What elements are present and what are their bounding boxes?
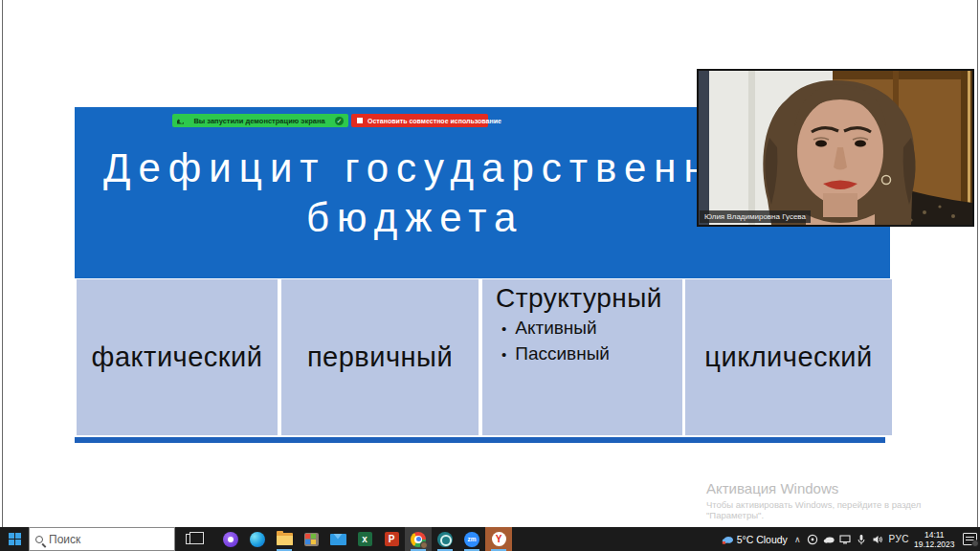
watermark-title: Активация Windows xyxy=(706,480,947,496)
app-zoom[interactable]: zm xyxy=(458,527,485,551)
windows-logo-icon xyxy=(9,533,21,545)
speaker-icon xyxy=(872,534,883,545)
app-yandex-browser[interactable]: Y xyxy=(485,527,512,551)
watermark-subtitle: Чтобы активировать Windows, перейдите в … xyxy=(706,499,947,520)
app-screen-tool[interactable] xyxy=(432,527,458,551)
monitor-icon xyxy=(839,534,851,545)
table-cell-strukturny: Структурный Активный Пассивный xyxy=(482,279,682,435)
table-cell-pervichny: первичный xyxy=(281,279,479,435)
yandex-browser-icon: Y xyxy=(492,532,506,546)
microphone-tray-icon[interactable] xyxy=(856,534,867,545)
table-cell-fakticheskiy: фактический xyxy=(77,279,278,435)
share-status-pill: Вы запустили демонстрацию экрана ✓ xyxy=(172,114,348,127)
mail-icon xyxy=(330,534,346,545)
slide-accent-line xyxy=(75,437,885,443)
desktop-screen: Вы запустили демонстрацию экрана ✓ Остан… xyxy=(0,0,980,551)
onedrive-icon[interactable] xyxy=(823,534,835,545)
webcam-video-tile[interactable]: Юлия Владимировна Гусева xyxy=(697,69,974,227)
app-excel[interactable]: x xyxy=(351,527,378,551)
app-edge[interactable] xyxy=(244,527,271,551)
task-view-button[interactable] xyxy=(179,527,204,551)
slide-title-line1: Дефицит государственного xyxy=(103,145,795,191)
zoom-icon: zm xyxy=(464,532,479,547)
tray-circle-icon xyxy=(807,534,818,545)
mic-icon xyxy=(856,534,867,545)
stop-icon xyxy=(357,118,363,123)
notification-center-button[interactable] xyxy=(963,533,977,545)
cell-heading: Структурный xyxy=(496,283,682,314)
display-icon[interactable] xyxy=(839,534,851,545)
task-view-icon xyxy=(186,534,198,544)
shield-check-icon: ✓ xyxy=(335,117,344,125)
stop-sharing-button[interactable]: Остановить совместное использование xyxy=(351,114,488,127)
notification-badge xyxy=(971,540,979,547)
taskbar: x P zm Y 5°C Cloudy ∧ xyxy=(0,527,980,551)
window-left-border xyxy=(2,0,3,527)
bullet-item: Активный xyxy=(496,317,682,340)
clock-date: 19.12.2023 xyxy=(914,540,955,549)
hidden-icons-chevron[interactable]: ∧ xyxy=(794,535,801,544)
clock-time: 14:11 xyxy=(914,530,955,540)
powerpoint-icon: P xyxy=(385,532,399,546)
stop-sharing-label: Остановить совместное использование xyxy=(368,118,501,124)
app-alice[interactable] xyxy=(217,527,244,551)
cell-label: первичный xyxy=(307,342,453,373)
language-indicator[interactable]: РУС xyxy=(888,534,909,544)
windows-activation-watermark: Активация Windows Чтобы активировать Win… xyxy=(706,480,947,520)
screen-share-bar: Вы запустили демонстрацию экрана ✓ Остан… xyxy=(172,114,488,127)
screen-tool-icon xyxy=(437,532,453,547)
file-explorer-icon xyxy=(277,533,293,545)
excel-icon: x xyxy=(358,532,372,546)
cell-label: фактический xyxy=(92,342,263,373)
edge-icon xyxy=(250,532,265,547)
cell-label: циклический xyxy=(704,342,872,373)
app-powerpoint[interactable]: P xyxy=(378,527,405,551)
tray-app-icon[interactable] xyxy=(807,534,818,545)
start-button[interactable] xyxy=(0,527,29,551)
microphone-icon xyxy=(177,118,184,124)
weather-widget[interactable]: 5°C Cloudy xyxy=(722,534,788,545)
app-microsoft-store[interactable] xyxy=(298,527,324,551)
webcam-video-frame xyxy=(699,71,972,225)
participant-name-label: Юлия Владимировна Гусева xyxy=(700,210,811,223)
alice-icon xyxy=(223,532,238,547)
chrome-profile-badge xyxy=(420,541,428,549)
weather-label: 5°C Cloudy xyxy=(737,534,788,545)
app-chrome[interactable] xyxy=(405,527,432,551)
system-tray: 5°C Cloudy ∧ xyxy=(722,527,977,551)
app-mail[interactable] xyxy=(324,527,351,551)
slide-title-line2: бюджета xyxy=(306,195,523,241)
cloud-icon xyxy=(823,534,835,545)
pinned-apps: x P zm Y xyxy=(217,527,512,551)
table-cell-tsiklichesky: циклический xyxy=(685,279,892,435)
microsoft-store-icon xyxy=(304,533,319,546)
window-right-border xyxy=(977,0,978,527)
weather-cloud-icon xyxy=(722,534,733,545)
bullet-item: Пассивный xyxy=(496,342,682,365)
search-input[interactable] xyxy=(49,533,154,546)
taskbar-clock[interactable]: 14:11 19.12.2023 xyxy=(914,530,958,549)
chrome-icon xyxy=(411,532,426,547)
notification-icon xyxy=(963,533,977,545)
volume-icon[interactable] xyxy=(872,534,883,545)
taskbar-search[interactable] xyxy=(29,527,175,551)
app-file-explorer[interactable] xyxy=(271,527,298,551)
search-icon xyxy=(35,536,43,543)
share-status-text: Вы запустили демонстрацию экрана xyxy=(193,117,324,125)
